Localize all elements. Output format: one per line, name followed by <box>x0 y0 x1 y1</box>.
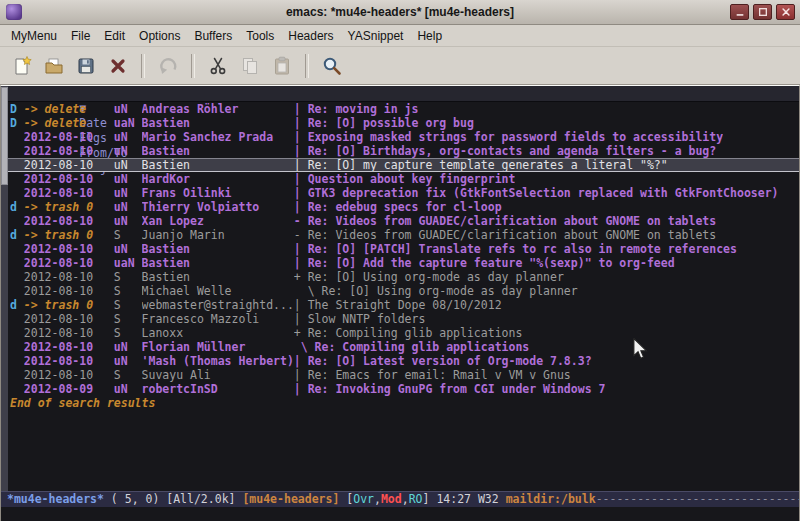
cell-from: Bastien <box>142 270 294 284</box>
message-row[interactable]: 2012-08-10SSuvayu Ali| Re: Emacs for ema… <box>10 368 799 382</box>
emacs-window: emacs: *mu4e-headers* [mu4e-headers] MyM… <box>0 0 800 521</box>
new-file-icon <box>12 56 32 76</box>
message-row[interactable]: 2012-08-10SMichael Welle \ Re: [O] Using… <box>10 284 799 298</box>
close-icon <box>108 56 128 76</box>
copy-button[interactable] <box>236 52 264 80</box>
cell-from: Suvayu Ali <box>142 368 294 382</box>
undo-button[interactable] <box>154 52 182 80</box>
cell-date: 2012-08-10 <box>24 368 114 382</box>
empty-buffer-space <box>10 410 799 491</box>
cell-subject: | Re: Invoking GnuPG from CGI under Wind… <box>294 382 606 396</box>
modeline-segment: ( 5, 0) [All/2.0k] <box>104 492 242 506</box>
message-row[interactable]: 2012-08-10uaNBastien| Re: [O] Add the ca… <box>10 256 799 270</box>
message-row[interactable]: D-> deleteuNAndreas Röhler| Re: moving i… <box>10 102 799 116</box>
cell-subject: | Re: [O] my capture template generates … <box>294 159 668 171</box>
save-button[interactable] <box>72 52 100 80</box>
cell-date: -> trash 0 <box>24 200 114 214</box>
message-row[interactable]: 2012-08-09uNrobertcInSD| Re: Invoking Gn… <box>10 382 799 396</box>
open-file-button[interactable] <box>40 52 68 80</box>
message-list: D-> deleteuNAndreas Röhler| Re: moving i… <box>10 102 799 396</box>
modeline-segment: ----------------------------------------… <box>596 492 799 506</box>
cell-from: Frans Oilinki <box>142 186 294 200</box>
cell-subject: | Re: [O] Birthdays, org-contacts and ag… <box>294 144 716 158</box>
scrollbar[interactable] <box>1 86 8 491</box>
message-row[interactable]: 2012-08-10uNHardKor| Question about key … <box>10 172 799 186</box>
menu-item-file[interactable]: File <box>64 27 97 45</box>
toolbar-separator <box>141 54 145 78</box>
close-button[interactable] <box>104 52 132 80</box>
cell-from: Xan Lopez <box>142 214 294 228</box>
message-row[interactable]: 2012-08-10uNFrans Oilinki| GTK3 deprecat… <box>10 186 799 200</box>
menu-item-buffers[interactable]: Buffers <box>187 27 239 45</box>
message-row[interactable]: D-> deleteuaNBastien| Re: [O] possible o… <box>10 116 799 130</box>
cell-flags: uN <box>114 102 142 116</box>
message-row[interactable]: 2012-08-10SLanoxx+ Re: Compiling glib ap… <box>10 326 799 340</box>
menu-item-yasnippet[interactable]: YASnippet <box>341 27 411 45</box>
end-of-results: End of search results <box>10 396 799 410</box>
message-row[interactable]: d-> trash 0SJuanjo Marin- Re: Videos fro… <box>10 228 799 242</box>
close-icon <box>781 7 791 17</box>
open-file-icon <box>44 56 64 76</box>
close-button[interactable] <box>776 4 795 20</box>
cell-from: Thierry Volpiatto <box>142 200 294 214</box>
menu-item-edit[interactable]: Edit <box>97 27 132 45</box>
scrollbar-thumb[interactable] <box>1 87 8 185</box>
cell-flags: uN <box>114 200 142 214</box>
message-row[interactable]: 2012-08-10uNBastien| Re: [O] Birthdays, … <box>10 144 799 158</box>
minimize-icon <box>735 7 745 17</box>
minimize-button[interactable] <box>730 4 749 20</box>
minibuffer[interactable] <box>1 507 799 521</box>
cell-from: Lanoxx <box>142 326 294 340</box>
message-row[interactable]: 2012-08-10SBastien+ Re: [O] Using org-mo… <box>10 270 799 284</box>
menu-item-options[interactable]: Options <box>132 27 187 45</box>
cell-date: 2012-08-10 <box>24 159 114 171</box>
cell-flags: uaN <box>114 256 142 270</box>
message-row[interactable]: 2012-08-10uNFlorian Müllner \ Re: Compil… <box>10 340 799 354</box>
menu-item-headers[interactable]: Headers <box>281 27 340 45</box>
menu-item-help[interactable]: Help <box>410 27 449 45</box>
cut-button[interactable] <box>204 52 232 80</box>
menu-item-mymenu[interactable]: MyMenu <box>4 27 64 45</box>
cell-date: 2012-08-10 <box>24 270 114 284</box>
paste-button[interactable] <box>268 52 296 80</box>
cell-subject: | Re: edebug specs for cl-loop <box>294 200 502 214</box>
new-file-button[interactable] <box>8 52 36 80</box>
modeline-segment: [ <box>339 492 353 506</box>
cell-subject: | Re: [O] Latest version of Org-mode 7.8… <box>294 354 592 368</box>
cell-flags: uN <box>114 214 142 228</box>
cell-subject: \ Re: Compiling glib applications <box>294 340 529 354</box>
maximize-button[interactable] <box>753 4 772 20</box>
modeline-segment: , <box>402 492 409 506</box>
emacs-frame: ▼ Date Flgs From/To Subject D-> deleteuN… <box>0 85 800 521</box>
message-row[interactable]: 2012-08-10uNBastien| Re: [O] [PATCH] Tra… <box>10 242 799 256</box>
message-row[interactable]: 2012-08-10SFrancesco Mazzoli| Slow NNTP … <box>10 312 799 326</box>
cell-subject: | Re: [O] possible org bug <box>294 116 474 130</box>
message-row[interactable]: d-> trash 0Swebmaster@straightd...| The … <box>10 298 799 312</box>
cell-subject: | The Straight Dope 08/10/2012 <box>294 298 502 312</box>
modeline-segment: [mu4e-headers] <box>242 492 339 506</box>
message-row[interactable]: 2012-08-10uN'Mash (Thomas Herbert)| Re: … <box>10 354 799 368</box>
cell-flags: uN <box>114 130 142 144</box>
cell-flags: S <box>114 270 142 284</box>
cell-from: Francesco Mazzoli <box>142 312 294 326</box>
cell-date: 2012-08-10 <box>24 256 114 270</box>
maximize-icon <box>758 7 768 17</box>
modeline-segment: 14:27 W32 <box>436 492 505 506</box>
paste-icon <box>272 56 292 76</box>
message-row[interactable]: 2012-08-10uNMario Sanchez Prada| Exposin… <box>10 130 799 144</box>
modeline-segment: Ovr <box>353 492 374 506</box>
cell-subject: | Question about key fingerprint <box>294 172 516 186</box>
cell-subject: \ Re: [O] Using org-mode as day planner <box>294 284 578 298</box>
modeline-segment: maildir:/bulk <box>506 492 596 506</box>
cell-mark: D <box>10 116 24 130</box>
cell-flags: S <box>114 228 142 242</box>
message-row[interactable]: d-> trash 0uNThierry Volpiatto| Re: edeb… <box>10 200 799 214</box>
toolbar-separator <box>191 54 195 78</box>
message-row[interactable]: 2012-08-10uNBastien| Re: [O] my capture … <box>8 158 799 172</box>
menu-item-tools[interactable]: Tools <box>239 27 281 45</box>
message-row[interactable]: 2012-08-10uNXan Lopez- Re: Videos from G… <box>10 214 799 228</box>
cell-from: Michael Welle <box>142 284 294 298</box>
search-button[interactable] <box>318 52 346 80</box>
frame-body: ▼ Date Flgs From/To Subject D-> deleteuN… <box>1 86 799 491</box>
cell-date: 2012-08-10 <box>24 284 114 298</box>
